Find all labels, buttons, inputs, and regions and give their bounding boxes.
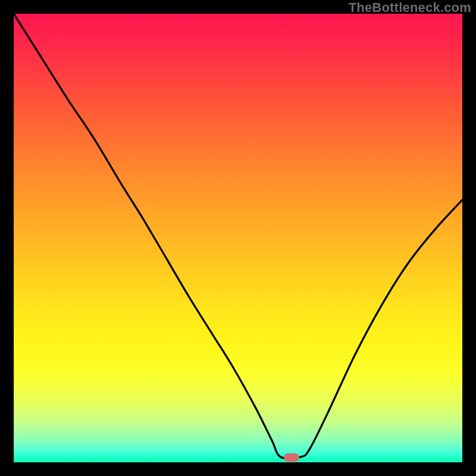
plot-area	[14, 14, 462, 462]
optimal-point-marker	[284, 453, 299, 462]
bottleneck-curve	[14, 14, 462, 462]
chart-frame: TheBottleneck.com	[0, 0, 476, 476]
watermark-text: TheBottleneck.com	[349, 0, 471, 15]
